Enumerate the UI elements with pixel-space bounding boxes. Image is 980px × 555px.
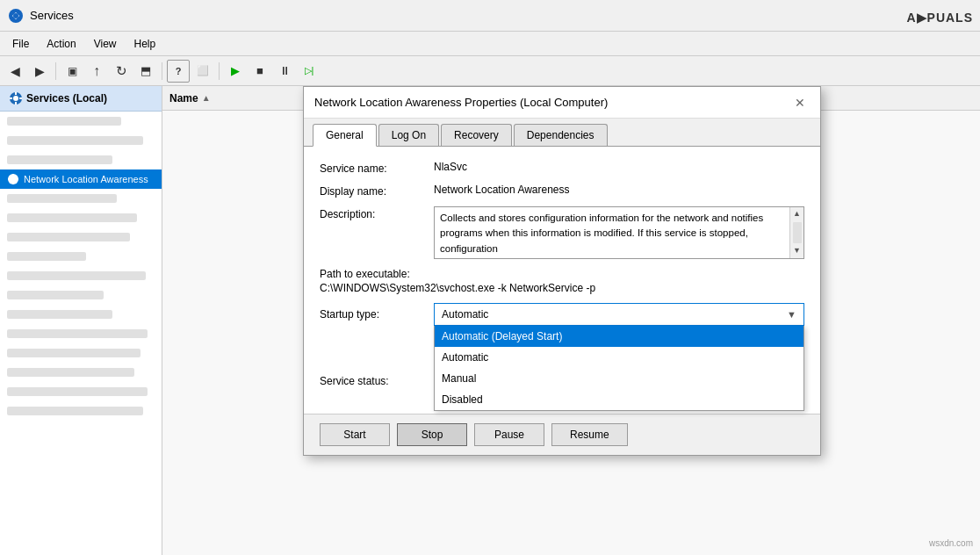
service-status-label: Service status: xyxy=(320,375,434,387)
left-panel-title: Services (Local) xyxy=(26,92,107,105)
console-button[interactable]: ▣ xyxy=(61,60,83,83)
appuals-logo: A▶PUALS xyxy=(906,4,973,27)
list-item[interactable] xyxy=(0,382,162,401)
path-label: Path to executable: xyxy=(320,268,804,280)
step-button[interactable]: ▷| xyxy=(298,60,321,83)
tab-logon[interactable]: Log On xyxy=(378,124,439,146)
list-item[interactable] xyxy=(0,227,162,247)
scroll-up-arrow[interactable]: ▲ xyxy=(790,207,804,221)
pause-button[interactable]: Pause xyxy=(474,423,544,446)
sidebar-item-nla[interactable]: Network Location Awareness xyxy=(0,169,162,189)
menu-view[interactable]: View xyxy=(85,36,126,52)
list-item[interactable] xyxy=(0,247,162,266)
svg-rect-11 xyxy=(12,183,14,185)
description-box: Collects and stores configuration inform… xyxy=(434,206,804,259)
help-topic-button[interactable]: ? xyxy=(167,60,190,83)
service-name-row: Service name: NlaSvc xyxy=(320,161,804,175)
svg-rect-13 xyxy=(17,178,19,180)
list-item[interactable] xyxy=(0,343,162,363)
svg-rect-10 xyxy=(12,174,14,177)
description-scrollbar[interactable]: ▲ ▼ xyxy=(789,207,803,258)
menu-bar: File Action View Help xyxy=(0,32,980,56)
action-buttons-bar: Start Stop Pause Resume xyxy=(304,414,820,455)
service-name-label: Service name: xyxy=(320,161,434,175)
watermark: wsxdn.com xyxy=(929,538,973,548)
dialog-title: Network Location Awareness Properties (L… xyxy=(314,96,608,109)
list-item[interactable] xyxy=(0,150,162,169)
new-window-button[interactable]: ⬜ xyxy=(191,60,214,83)
display-name-value: Network Location Awareness xyxy=(434,184,804,196)
list-item[interactable] xyxy=(0,363,162,382)
menu-help[interactable]: Help xyxy=(126,36,165,52)
tab-general[interactable]: General xyxy=(313,124,377,147)
list-item[interactable] xyxy=(0,305,162,324)
resume-button[interactable]: Resume xyxy=(551,423,628,446)
list-item[interactable] xyxy=(0,208,162,227)
left-panel-header: Services (Local) xyxy=(0,86,162,112)
toolbar-separator-2 xyxy=(162,62,162,80)
toolbar-separator-3 xyxy=(219,62,220,80)
dropdown-option-automatic[interactable]: Automatic xyxy=(435,347,803,368)
refresh-button[interactable]: ↻ xyxy=(110,60,133,83)
display-name-row: Display name: Network Location Awareness xyxy=(320,184,804,198)
start-button[interactable]: Start xyxy=(320,423,390,446)
services-gear-icon xyxy=(9,91,23,105)
app-icon xyxy=(7,7,25,25)
description-label: Description: xyxy=(320,206,434,220)
right-content: Name ▲ Network Location Awareness Proper… xyxy=(162,86,980,555)
scroll-down-arrow[interactable]: ▼ xyxy=(790,244,804,258)
list-item[interactable] xyxy=(0,131,162,150)
svg-rect-5 xyxy=(15,102,17,105)
tab-dependencies[interactable]: Dependencies xyxy=(514,124,608,146)
list-item[interactable] xyxy=(0,285,162,305)
description-text: Collects and stores configuration inform… xyxy=(440,211,798,256)
tab-recovery[interactable]: Recovery xyxy=(441,124,512,146)
menu-file[interactable]: File xyxy=(4,36,38,52)
stop-button[interactable]: Stop xyxy=(397,423,467,446)
dropdown-option-disabled[interactable]: Disabled xyxy=(435,389,803,410)
service-name-value: NlaSvc xyxy=(434,161,804,173)
play-button[interactable]: ▶ xyxy=(224,60,247,83)
startup-type-dropdown-container: Automatic ▼ Automatic (Delayed Start) Au… xyxy=(434,303,804,326)
service-list: Network Location Awareness xyxy=(0,112,162,555)
svg-rect-7 xyxy=(19,97,22,99)
description-row: Description: Collects and stores configu… xyxy=(320,206,804,259)
pause-toolbar-button[interactable]: ⏸ xyxy=(273,60,296,83)
dropdown-option-delayed[interactable]: Automatic (Delayed Start) xyxy=(435,326,803,347)
up-button[interactable]: ↑ xyxy=(85,60,108,83)
startup-type-label: Startup type: xyxy=(320,303,434,321)
sort-arrow-icon: ▲ xyxy=(202,93,211,103)
svg-rect-4 xyxy=(15,92,17,95)
svg-point-1 xyxy=(13,13,18,18)
back-button[interactable]: ◀ xyxy=(4,60,26,83)
forward-button[interactable]: ▶ xyxy=(28,60,51,83)
toolbar-separator-1 xyxy=(55,62,56,80)
dropdown-option-manual[interactable]: Manual xyxy=(435,368,803,389)
title-bar-text: Services xyxy=(30,9,74,22)
name-header-text: Name xyxy=(169,92,198,105)
dropdown-arrow-icon: ▼ xyxy=(787,309,796,320)
service-gear-icon xyxy=(7,173,19,185)
menu-action[interactable]: Action xyxy=(38,36,84,52)
list-item[interactable] xyxy=(0,189,162,208)
stop-toolbar-button[interactable]: ■ xyxy=(249,60,271,83)
active-service-label: Network Location Awareness xyxy=(24,174,148,184)
dialog-tabs: General Log On Recovery Dependencies xyxy=(304,119,820,147)
dropdown-current-value: Automatic xyxy=(442,308,488,321)
dialog-title-bar: Network Location Awareness Properties (L… xyxy=(304,87,820,119)
startup-type-dropdown[interactable]: Automatic ▼ xyxy=(434,303,804,326)
title-bar: Services A▶PUALS xyxy=(0,0,980,32)
dialog-close-button[interactable]: ✕ xyxy=(790,93,810,112)
export-button[interactable]: ⬒ xyxy=(134,60,157,83)
list-item[interactable] xyxy=(0,401,162,421)
startup-type-row: Startup type: Automatic ▼ Automatic (Del… xyxy=(320,303,804,326)
list-item[interactable] xyxy=(0,266,162,285)
dialog-general-content: Service name: NlaSvc Display name: Netwo… xyxy=(304,147,820,414)
list-item[interactable] xyxy=(0,112,162,131)
list-item[interactable] xyxy=(0,324,162,343)
svg-point-3 xyxy=(13,96,18,101)
svg-rect-6 xyxy=(10,97,12,99)
svg-point-9 xyxy=(11,177,16,182)
startup-type-options: Automatic (Delayed Start) Automatic Manu… xyxy=(434,326,804,411)
display-name-label: Display name: xyxy=(320,184,434,198)
